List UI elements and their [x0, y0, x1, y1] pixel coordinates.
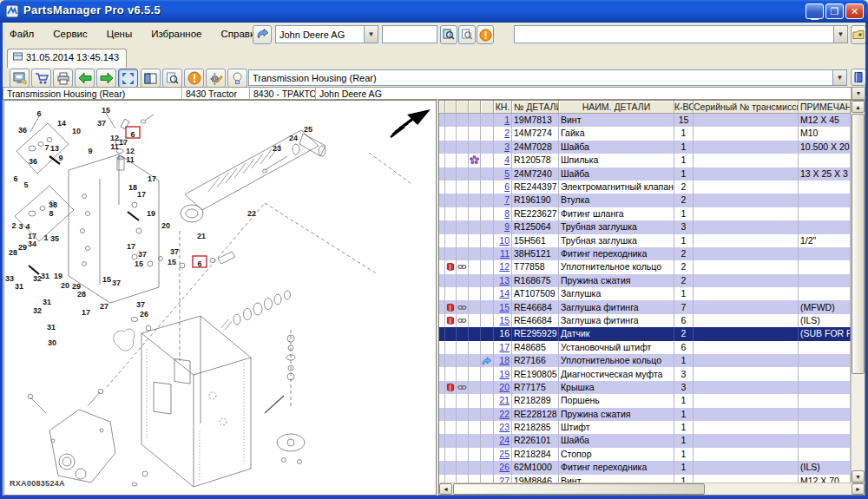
- table-row[interactable]: 17R48685Установочный штифт6: [439, 341, 851, 354]
- diagram-callout[interactable]: 8: [49, 209, 53, 218]
- diagram-callout[interactable]: 12: [126, 147, 135, 155]
- diagram-callout[interactable]: 21: [197, 232, 206, 240]
- table-row[interactable]: 119M7813Винт15M12 X 45: [439, 114, 851, 127]
- menu-file[interactable]: Файл: [10, 29, 34, 39]
- col-header-kn[interactable]: КН.: [494, 101, 512, 114]
- row-kn-link[interactable]: 22: [499, 408, 510, 421]
- diagram-callout[interactable]: 37: [97, 119, 106, 128]
- folder-button[interactable]: [851, 25, 866, 44]
- row-kn-link[interactable]: 1: [504, 114, 510, 127]
- table-row[interactable]: 4R120578Шпилька1: [439, 154, 851, 167]
- table-row[interactable]: 524M7240Шайба113 X 25 X 3 ..: [439, 167, 851, 181]
- table-row[interactable]: 8RE223627Фитинг шланга1: [439, 207, 851, 220]
- zoom-button[interactable]: [162, 69, 182, 88]
- diagram-callout[interactable]: 3: [18, 222, 23, 231]
- diagram-callout[interactable]: 14: [57, 119, 66, 128]
- row-kn-link[interactable]: 24: [499, 434, 510, 447]
- context-catalog[interactable]: 8430 - ТРАКТО...: [250, 88, 316, 99]
- row-kn-link[interactable]: 26: [499, 461, 510, 474]
- context-dropdown-arrow[interactable]: ▼: [852, 88, 865, 99]
- maximize-button[interactable]: ❐: [825, 3, 844, 19]
- cart-button[interactable]: [31, 69, 51, 88]
- scroll-up-button[interactable]: ▲: [852, 101, 865, 113]
- preview-button[interactable]: [458, 25, 476, 44]
- row-kn-link[interactable]: 15: [499, 301, 510, 314]
- row-kn-link[interactable]: 21: [499, 394, 510, 407]
- row-kn-link[interactable]: 27: [499, 475, 510, 483]
- table-row[interactable]: 25R218284Стопор1: [439, 448, 851, 461]
- fit-view-button[interactable]: [118, 69, 138, 88]
- diagram-callout[interactable]: 9: [58, 154, 62, 162]
- diagram-callout[interactable]: 15: [102, 275, 111, 284]
- dealer-combo[interactable]: John Deere AG ▼: [275, 25, 378, 43]
- diagram-callout[interactable]: 22: [247, 209, 256, 218]
- col-header-name[interactable]: НАИМ. ДЕТАЛИ: [559, 101, 674, 114]
- layout-button[interactable]: [141, 69, 161, 88]
- diagram-callout[interactable]: 34: [28, 240, 36, 248]
- vscroll-thumb[interactable]: [852, 114, 865, 374]
- diagram-callout[interactable]: 36: [29, 157, 37, 166]
- diagram-callout[interactable]: 17: [127, 242, 135, 251]
- table-row[interactable]: 22RE228128Пружина сжатия1: [439, 408, 851, 421]
- row-kn-link[interactable]: 15: [499, 314, 510, 327]
- hscroll-thumb[interactable]: [453, 483, 705, 495]
- nav-combo-arrow[interactable]: ▼: [832, 70, 846, 85]
- diagram-callout[interactable]: 30: [48, 338, 56, 347]
- row-kn-link[interactable]: 13: [499, 274, 510, 287]
- print-button[interactable]: [53, 69, 73, 88]
- favorites-combo-arrow[interactable]: ▼: [833, 26, 847, 43]
- row-kn-link[interactable]: 14: [499, 287, 510, 300]
- col-header-serial[interactable]: Серийный № трансмиссии: [694, 101, 799, 114]
- context-model[interactable]: 8430 Tractor: [182, 88, 250, 99]
- diagram-callout[interactable]: 6: [130, 130, 135, 139]
- diagram-callout[interactable]: 17: [148, 174, 156, 183]
- diagram-callout[interactable]: 23: [273, 144, 281, 153]
- warning-button[interactable]: [184, 69, 204, 88]
- diagram-callout[interactable]: 29: [18, 243, 27, 252]
- diagram-callout[interactable]: 32: [33, 306, 42, 315]
- diagram-callout[interactable]: 6: [197, 259, 201, 268]
- diagram-callout[interactable]: 38: [49, 200, 57, 209]
- row-kn-link[interactable]: 17: [499, 341, 510, 354]
- diagram-callout[interactable]: 19: [147, 209, 155, 218]
- table-row[interactable]: 1138H5121Фитинг переходника2: [439, 247, 851, 260]
- diagram-callout[interactable]: 28: [77, 290, 86, 299]
- diagram-callout[interactable]: 15: [168, 258, 176, 266]
- table-row[interactable]: 15RE46684Заглушка фитинга7(MFWD): [439, 300, 851, 313]
- table-row[interactable]: 7R196190Втулка2: [439, 194, 851, 207]
- table-row[interactable]: 24R226101Шайба1: [439, 434, 851, 447]
- row-kn-link[interactable]: 10: [499, 234, 510, 247]
- table-row[interactable]: 21R218289Поршень1: [439, 394, 851, 407]
- row-kn-link[interactable]: 16: [499, 327, 510, 340]
- diagram-callout[interactable]: 31: [41, 272, 49, 280]
- nav-combo[interactable]: Transmission Housing (Rear) ▼: [248, 69, 847, 86]
- row-kn-link[interactable]: 25: [499, 448, 510, 461]
- table-row[interactable]: 6RE244397Электромагнитный клапан2: [439, 181, 851, 194]
- table-row[interactable]: 9R125064Трубная заглушка3: [439, 220, 851, 233]
- table-row[interactable]: 20R77175Крышка3: [439, 381, 851, 394]
- menu-service[interactable]: Сервис: [53, 29, 87, 39]
- diagram-callout[interactable]: 20: [161, 221, 170, 230]
- table-row[interactable]: 2662M1000Фитинг переходника1(ILS): [439, 461, 851, 474]
- row-kn-link[interactable]: 23: [499, 421, 510, 434]
- row-kn-link[interactable]: 12: [499, 260, 510, 273]
- search-button[interactable]: [440, 25, 457, 44]
- menu-prices[interactable]: Цены: [107, 29, 133, 39]
- diagram-callout[interactable]: 35: [50, 234, 59, 243]
- scroll-right-button[interactable]: ►: [852, 483, 865, 495]
- diagram-callout[interactable]: 26: [140, 310, 148, 318]
- vertical-scrollbar[interactable]: ▲ ▼: [851, 101, 865, 483]
- diagram-callout[interactable]: 6: [13, 174, 17, 183]
- diagram-callout[interactable]: 10: [72, 127, 81, 135]
- diagram-callout[interactable]: 37: [138, 250, 147, 259]
- horizontal-scrollbar[interactable]: ◄ ►: [439, 483, 865, 495]
- col-header-part[interactable]: № ДЕТАЛИ: [512, 101, 559, 114]
- diagram-callout[interactable]: 13: [50, 144, 59, 153]
- tip-button[interactable]: [227, 69, 247, 88]
- col-header-qty[interactable]: К-ВО: [674, 101, 694, 114]
- diagram-callout[interactable]: 1: [43, 233, 48, 242]
- book-button[interactable]: [851, 69, 866, 86]
- diagram-callout[interactable]: 25: [304, 125, 312, 134]
- diagram-callout[interactable]: 31: [15, 282, 23, 291]
- row-kn-link[interactable]: 18: [499, 354, 510, 367]
